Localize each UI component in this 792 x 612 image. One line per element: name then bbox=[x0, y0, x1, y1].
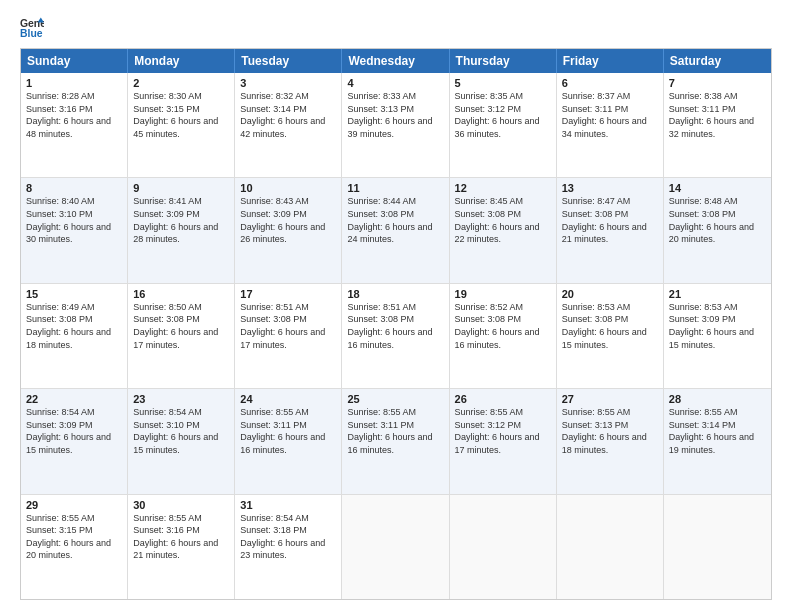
day-number: 17 bbox=[240, 288, 336, 300]
calendar-cell bbox=[450, 495, 557, 599]
calendar-cell bbox=[557, 495, 664, 599]
day-info: Sunrise: 8:44 AMSunset: 3:08 PMDaylight:… bbox=[347, 195, 443, 245]
calendar-cell: 1 Sunrise: 8:28 AMSunset: 3:16 PMDayligh… bbox=[21, 73, 128, 177]
day-number: 8 bbox=[26, 182, 122, 194]
day-info: Sunrise: 8:54 AMSunset: 3:10 PMDaylight:… bbox=[133, 406, 229, 456]
day-number: 6 bbox=[562, 77, 658, 89]
logo: General Blue bbox=[20, 16, 48, 40]
day-number: 31 bbox=[240, 499, 336, 511]
calendar-cell: 26 Sunrise: 8:55 AMSunset: 3:12 PMDaylig… bbox=[450, 389, 557, 493]
calendar-cell bbox=[342, 495, 449, 599]
day-number: 26 bbox=[455, 393, 551, 405]
header-day: Sunday bbox=[21, 49, 128, 73]
day-info: Sunrise: 8:38 AMSunset: 3:11 PMDaylight:… bbox=[669, 90, 766, 140]
day-number: 21 bbox=[669, 288, 766, 300]
day-info: Sunrise: 8:28 AMSunset: 3:16 PMDaylight:… bbox=[26, 90, 122, 140]
day-number: 20 bbox=[562, 288, 658, 300]
day-number: 4 bbox=[347, 77, 443, 89]
day-info: Sunrise: 8:33 AMSunset: 3:13 PMDaylight:… bbox=[347, 90, 443, 140]
day-number: 2 bbox=[133, 77, 229, 89]
day-number: 7 bbox=[669, 77, 766, 89]
calendar-row: 8 Sunrise: 8:40 AMSunset: 3:10 PMDayligh… bbox=[21, 178, 771, 283]
day-number: 14 bbox=[669, 182, 766, 194]
calendar-cell: 12 Sunrise: 8:45 AMSunset: 3:08 PMDaylig… bbox=[450, 178, 557, 282]
day-info: Sunrise: 8:55 AMSunset: 3:11 PMDaylight:… bbox=[347, 406, 443, 456]
day-info: Sunrise: 8:50 AMSunset: 3:08 PMDaylight:… bbox=[133, 301, 229, 351]
day-number: 25 bbox=[347, 393, 443, 405]
day-number: 18 bbox=[347, 288, 443, 300]
day-number: 11 bbox=[347, 182, 443, 194]
header-day: Monday bbox=[128, 49, 235, 73]
calendar-body: 1 Sunrise: 8:28 AMSunset: 3:16 PMDayligh… bbox=[21, 73, 771, 599]
day-number: 1 bbox=[26, 77, 122, 89]
day-info: Sunrise: 8:41 AMSunset: 3:09 PMDaylight:… bbox=[133, 195, 229, 245]
calendar-cell: 7 Sunrise: 8:38 AMSunset: 3:11 PMDayligh… bbox=[664, 73, 771, 177]
calendar-cell: 20 Sunrise: 8:53 AMSunset: 3:08 PMDaylig… bbox=[557, 284, 664, 388]
day-info: Sunrise: 8:55 AMSunset: 3:11 PMDaylight:… bbox=[240, 406, 336, 456]
day-info: Sunrise: 8:48 AMSunset: 3:08 PMDaylight:… bbox=[669, 195, 766, 245]
day-info: Sunrise: 8:43 AMSunset: 3:09 PMDaylight:… bbox=[240, 195, 336, 245]
day-number: 29 bbox=[26, 499, 122, 511]
day-info: Sunrise: 8:54 AMSunset: 3:09 PMDaylight:… bbox=[26, 406, 122, 456]
day-number: 10 bbox=[240, 182, 336, 194]
calendar-row: 1 Sunrise: 8:28 AMSunset: 3:16 PMDayligh… bbox=[21, 73, 771, 178]
calendar-cell: 11 Sunrise: 8:44 AMSunset: 3:08 PMDaylig… bbox=[342, 178, 449, 282]
day-info: Sunrise: 8:53 AMSunset: 3:08 PMDaylight:… bbox=[562, 301, 658, 351]
day-info: Sunrise: 8:51 AMSunset: 3:08 PMDaylight:… bbox=[347, 301, 443, 351]
calendar-cell: 31 Sunrise: 8:54 AMSunset: 3:18 PMDaylig… bbox=[235, 495, 342, 599]
calendar: SundayMondayTuesdayWednesdayThursdayFrid… bbox=[20, 48, 772, 600]
calendar-row: 15 Sunrise: 8:49 AMSunset: 3:08 PMDaylig… bbox=[21, 284, 771, 389]
day-info: Sunrise: 8:55 AMSunset: 3:13 PMDaylight:… bbox=[562, 406, 658, 456]
day-number: 9 bbox=[133, 182, 229, 194]
day-info: Sunrise: 8:54 AMSunset: 3:18 PMDaylight:… bbox=[240, 512, 336, 562]
calendar-cell: 4 Sunrise: 8:33 AMSunset: 3:13 PMDayligh… bbox=[342, 73, 449, 177]
day-number: 16 bbox=[133, 288, 229, 300]
day-number: 28 bbox=[669, 393, 766, 405]
calendar-cell: 25 Sunrise: 8:55 AMSunset: 3:11 PMDaylig… bbox=[342, 389, 449, 493]
day-info: Sunrise: 8:55 AMSunset: 3:12 PMDaylight:… bbox=[455, 406, 551, 456]
day-info: Sunrise: 8:47 AMSunset: 3:08 PMDaylight:… bbox=[562, 195, 658, 245]
calendar-cell: 3 Sunrise: 8:32 AMSunset: 3:14 PMDayligh… bbox=[235, 73, 342, 177]
day-info: Sunrise: 8:45 AMSunset: 3:08 PMDaylight:… bbox=[455, 195, 551, 245]
calendar-cell: 22 Sunrise: 8:54 AMSunset: 3:09 PMDaylig… bbox=[21, 389, 128, 493]
day-info: Sunrise: 8:35 AMSunset: 3:12 PMDaylight:… bbox=[455, 90, 551, 140]
day-number: 24 bbox=[240, 393, 336, 405]
day-info: Sunrise: 8:37 AMSunset: 3:11 PMDaylight:… bbox=[562, 90, 658, 140]
day-info: Sunrise: 8:55 AMSunset: 3:16 PMDaylight:… bbox=[133, 512, 229, 562]
day-info: Sunrise: 8:52 AMSunset: 3:08 PMDaylight:… bbox=[455, 301, 551, 351]
header: General Blue bbox=[20, 16, 772, 40]
day-number: 19 bbox=[455, 288, 551, 300]
calendar-row: 29 Sunrise: 8:55 AMSunset: 3:15 PMDaylig… bbox=[21, 495, 771, 599]
calendar-cell bbox=[664, 495, 771, 599]
calendar-cell: 23 Sunrise: 8:54 AMSunset: 3:10 PMDaylig… bbox=[128, 389, 235, 493]
header-day: Tuesday bbox=[235, 49, 342, 73]
day-info: Sunrise: 8:30 AMSunset: 3:15 PMDaylight:… bbox=[133, 90, 229, 140]
day-info: Sunrise: 8:49 AMSunset: 3:08 PMDaylight:… bbox=[26, 301, 122, 351]
calendar-cell: 28 Sunrise: 8:55 AMSunset: 3:14 PMDaylig… bbox=[664, 389, 771, 493]
calendar-cell: 5 Sunrise: 8:35 AMSunset: 3:12 PMDayligh… bbox=[450, 73, 557, 177]
day-info: Sunrise: 8:51 AMSunset: 3:08 PMDaylight:… bbox=[240, 301, 336, 351]
day-info: Sunrise: 8:32 AMSunset: 3:14 PMDaylight:… bbox=[240, 90, 336, 140]
calendar-cell: 24 Sunrise: 8:55 AMSunset: 3:11 PMDaylig… bbox=[235, 389, 342, 493]
calendar-cell: 21 Sunrise: 8:53 AMSunset: 3:09 PMDaylig… bbox=[664, 284, 771, 388]
header-day: Wednesday bbox=[342, 49, 449, 73]
calendar-cell: 17 Sunrise: 8:51 AMSunset: 3:08 PMDaylig… bbox=[235, 284, 342, 388]
calendar-header: SundayMondayTuesdayWednesdayThursdayFrid… bbox=[21, 49, 771, 73]
calendar-cell: 27 Sunrise: 8:55 AMSunset: 3:13 PMDaylig… bbox=[557, 389, 664, 493]
calendar-cell: 9 Sunrise: 8:41 AMSunset: 3:09 PMDayligh… bbox=[128, 178, 235, 282]
calendar-cell: 6 Sunrise: 8:37 AMSunset: 3:11 PMDayligh… bbox=[557, 73, 664, 177]
calendar-cell: 16 Sunrise: 8:50 AMSunset: 3:08 PMDaylig… bbox=[128, 284, 235, 388]
calendar-cell: 14 Sunrise: 8:48 AMSunset: 3:08 PMDaylig… bbox=[664, 178, 771, 282]
header-day: Friday bbox=[557, 49, 664, 73]
calendar-cell: 18 Sunrise: 8:51 AMSunset: 3:08 PMDaylig… bbox=[342, 284, 449, 388]
day-info: Sunrise: 8:55 AMSunset: 3:14 PMDaylight:… bbox=[669, 406, 766, 456]
day-number: 13 bbox=[562, 182, 658, 194]
calendar-cell: 2 Sunrise: 8:30 AMSunset: 3:15 PMDayligh… bbox=[128, 73, 235, 177]
day-number: 3 bbox=[240, 77, 336, 89]
day-number: 12 bbox=[455, 182, 551, 194]
calendar-row: 22 Sunrise: 8:54 AMSunset: 3:09 PMDaylig… bbox=[21, 389, 771, 494]
day-info: Sunrise: 8:40 AMSunset: 3:10 PMDaylight:… bbox=[26, 195, 122, 245]
calendar-cell: 8 Sunrise: 8:40 AMSunset: 3:10 PMDayligh… bbox=[21, 178, 128, 282]
header-day: Saturday bbox=[664, 49, 771, 73]
calendar-cell: 15 Sunrise: 8:49 AMSunset: 3:08 PMDaylig… bbox=[21, 284, 128, 388]
